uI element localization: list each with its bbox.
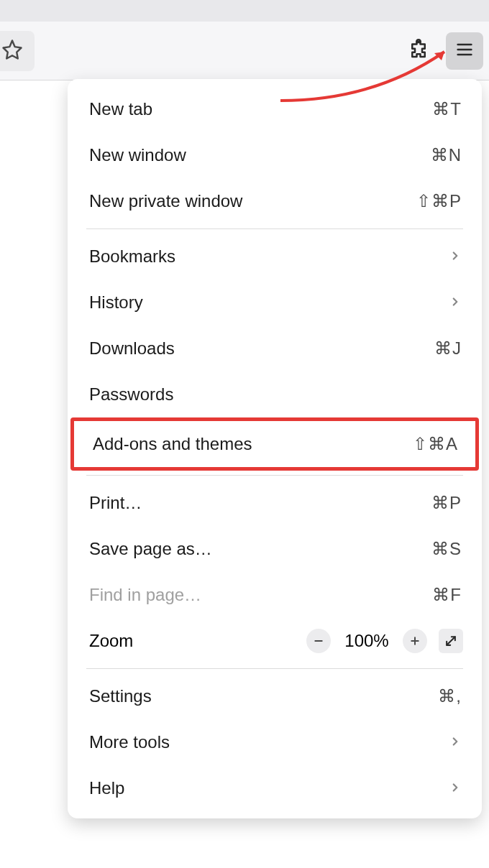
menu-item-settings[interactable]: Settings ⌘, <box>68 673 482 719</box>
annotation-highlight: Add-ons and themes ⇧⌘A <box>70 417 479 471</box>
menu-label: Passwords <box>89 384 462 405</box>
url-bar-bookmark-area[interactable] <box>0 31 35 71</box>
menu-divider <box>86 228 463 229</box>
menu-label: Downloads <box>89 338 434 359</box>
menu-label: Print… <box>89 493 431 513</box>
menu-shortcut: ⇧⌘A <box>413 434 458 454</box>
menu-divider <box>86 475 463 476</box>
application-menu: New tab ⌘T New window ⌘N New private win… <box>68 79 482 818</box>
zoom-value: 100% <box>342 631 391 651</box>
fullscreen-button[interactable] <box>439 629 463 653</box>
menu-shortcut: ⌘P <box>431 493 462 513</box>
menu-item-passwords[interactable]: Passwords <box>68 371 482 417</box>
menu-item-more-tools[interactable]: More tools <box>68 719 482 765</box>
menu-label: Settings <box>89 686 438 706</box>
menu-label: Save page as… <box>89 539 431 559</box>
menu-shortcut: ⌘N <box>431 145 462 165</box>
chevron-right-icon <box>449 732 462 752</box>
menu-label: New private window <box>89 191 416 211</box>
bookmark-star-icon[interactable] <box>1 39 23 63</box>
menu-divider <box>86 668 463 669</box>
menu-item-history[interactable]: History <box>68 280 482 326</box>
menu-shortcut: ⌘J <box>434 338 462 359</box>
menu-label: New window <box>89 145 431 165</box>
svg-line-6 <box>447 637 455 645</box>
chevron-right-icon <box>449 292 462 313</box>
menu-item-downloads[interactable]: Downloads ⌘J <box>68 326 482 371</box>
hamburger-icon <box>454 40 475 63</box>
menu-shortcut: ⇧⌘P <box>416 191 462 211</box>
puzzle-icon <box>408 39 429 63</box>
menu-shortcut: ⌘, <box>438 686 462 706</box>
menu-item-bookmarks[interactable]: Bookmarks <box>68 234 482 280</box>
menu-item-help[interactable]: Help <box>68 765 482 811</box>
menu-item-save-page-as[interactable]: Save page as… ⌘S <box>68 526 482 572</box>
menu-shortcut: ⌘T <box>432 99 462 119</box>
menu-label: More tools <box>89 732 449 752</box>
hamburger-menu-button[interactable] <box>446 32 483 70</box>
menu-shortcut: ⌘F <box>432 585 462 605</box>
zoom-label: Zoom <box>89 631 306 651</box>
menu-label: Bookmarks <box>89 246 449 267</box>
menu-label: Add-ons and themes <box>93 434 413 454</box>
menu-label: History <box>89 292 449 313</box>
zoom-out-button[interactable] <box>306 629 331 653</box>
menu-item-addons-themes[interactable]: Add-ons and themes ⇧⌘A <box>74 421 475 467</box>
menu-item-new-window[interactable]: New window ⌘N <box>68 132 482 178</box>
zoom-in-button[interactable] <box>403 629 427 653</box>
browser-toolbar <box>0 22 489 80</box>
chevron-right-icon <box>449 778 462 798</box>
menu-item-zoom: Zoom 100% <box>68 618 482 664</box>
menu-label: New tab <box>89 99 432 119</box>
menu-label: Help <box>89 778 449 798</box>
chevron-right-icon <box>449 246 462 267</box>
menu-item-new-private-window[interactable]: New private window ⇧⌘P <box>68 178 482 224</box>
menu-item-print[interactable]: Print… ⌘P <box>68 480 482 526</box>
menu-shortcut: ⌘S <box>431 539 462 559</box>
extensions-button[interactable] <box>400 32 437 70</box>
window-chrome-strip <box>0 0 489 22</box>
menu-item-new-tab[interactable]: New tab ⌘T <box>68 86 482 132</box>
menu-label: Find in page… <box>89 585 432 605</box>
menu-item-find-in-page: Find in page… ⌘F <box>68 572 482 618</box>
